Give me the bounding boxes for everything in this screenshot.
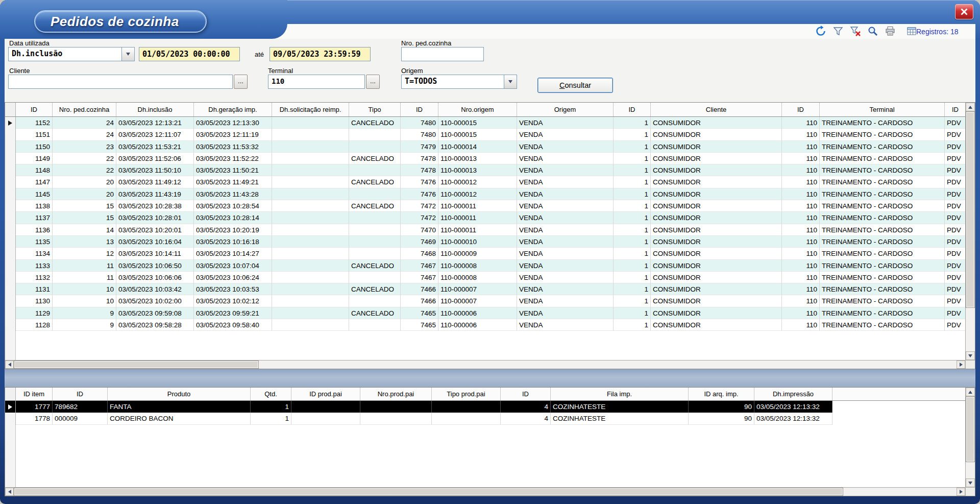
orders-grid-vscrollbar[interactable] [965, 103, 975, 360]
column-header[interactable]: Nro.prod.pai [360, 388, 432, 400]
cell[interactable]: CANCELADO [349, 176, 401, 188]
cell[interactable] [272, 188, 349, 200]
cell[interactable]: 03/05/2023 11:50:10 [116, 164, 194, 176]
cell[interactable]: PDV [945, 272, 965, 283]
cell[interactable]: 1 [614, 129, 651, 140]
cell[interactable]: TREINAMENTO - CARDOSO [820, 272, 945, 283]
column-header[interactable]: Tipo [349, 103, 401, 116]
cell[interactable]: 03/05/2023 11:50:21 [194, 164, 272, 176]
cell[interactable]: PDV [945, 307, 965, 319]
cell[interactable]: 110 [782, 164, 820, 176]
table-row[interactable]: 11301003/05/2023 10:02:0003/05/2023 10:0… [5, 295, 965, 307]
cell[interactable]: 7478 [401, 153, 438, 164]
cell[interactable]: 110 [782, 224, 820, 236]
cell[interactable]: 4 [501, 413, 551, 424]
scroll-track[interactable] [966, 111, 975, 351]
cell[interactable]: 1 [614, 248, 651, 259]
cell[interactable]: 03/05/2023 12:13:32 [754, 401, 832, 413]
cell[interactable] [349, 319, 401, 331]
scroll-up-button[interactable] [966, 388, 975, 396]
cell[interactable]: PDV [945, 248, 965, 259]
cell[interactable]: TREINAMENTO - CARDOSO [820, 260, 945, 272]
cell[interactable]: 110 [782, 176, 820, 188]
cell[interactable] [272, 283, 349, 295]
table-row[interactable]: 11492203/05/2023 11:52:0603/05/2023 11:5… [5, 153, 965, 164]
cell[interactable]: VENDA [517, 188, 614, 200]
cell[interactable]: 1 [251, 401, 291, 413]
cell[interactable]: 1145 [16, 188, 53, 200]
data-utilizada-combo[interactable]: Dh.inclusão [8, 47, 135, 61]
cell[interactable]: 03/05/2023 10:28:01 [116, 212, 194, 224]
column-header[interactable]: Dh.geração imp. [194, 103, 272, 116]
cell[interactable] [349, 236, 401, 248]
cell[interactable]: TREINAMENTO - CARDOSO [820, 319, 945, 331]
cell[interactable]: 1 [614, 188, 651, 200]
date-from-field[interactable]: 01/05/2023 00:00:00 [139, 47, 240, 61]
cell[interactable]: 03/05/2023 12:11:07 [116, 129, 194, 140]
cell[interactable]: TREINAMENTO - CARDOSO [820, 141, 945, 153]
cell[interactable]: PDV [945, 117, 965, 129]
cell[interactable]: PDV [945, 236, 965, 248]
cell[interactable]: 7476 [401, 176, 438, 188]
column-header[interactable]: Dh.inclusão [116, 103, 194, 116]
cell[interactable]: 03/05/2023 09:58:40 [194, 319, 272, 331]
cell[interactable]: 03/05/2023 11:49:12 [116, 176, 194, 188]
cell[interactable]: TREINAMENTO - CARDOSO [820, 176, 945, 188]
chevron-down-icon[interactable] [121, 47, 134, 61]
cell[interactable]: 1 [614, 176, 651, 188]
cell[interactable]: 03/05/2023 12:13:21 [116, 117, 194, 129]
cell[interactable]: 03/05/2023 10:03:42 [116, 283, 194, 295]
cell[interactable]: 24 [53, 117, 116, 129]
items-grid-vscrollbar[interactable] [965, 388, 975, 487]
cell[interactable]: CONSUMIDOR [651, 117, 782, 129]
cell[interactable]: 1 [614, 319, 651, 331]
cell[interactable]: 1137 [16, 212, 53, 224]
cell[interactable]: 10 [53, 295, 116, 307]
cell[interactable]: 110-000008 [438, 272, 517, 283]
cell[interactable]: 4 [501, 401, 551, 413]
cell[interactable]: TREINAMENTO - CARDOSO [820, 212, 945, 224]
table-row[interactable]: 11522403/05/2023 12:13:2103/05/2023 12:1… [5, 117, 965, 129]
cell[interactable]: 14 [53, 224, 116, 236]
table-row[interactable]: 11512403/05/2023 12:11:0703/05/2023 12:1… [5, 129, 965, 140]
cell[interactable]: 13 [53, 236, 116, 248]
cell[interactable]: 1 [614, 295, 651, 307]
cell[interactable] [272, 319, 349, 331]
cell[interactable]: 15 [53, 212, 116, 224]
cell[interactable]: 110-000013 [438, 164, 517, 176]
cell[interactable]: 1 [251, 413, 291, 424]
cell[interactable]: PDV [945, 129, 965, 140]
cell[interactable]: TREINAMENTO - CARDOSO [820, 283, 945, 295]
cell[interactable] [272, 141, 349, 153]
column-header[interactable]: Origem [517, 103, 614, 116]
cell[interactable]: 7480 [401, 129, 438, 140]
cell[interactable]: 1152 [16, 117, 53, 129]
column-header[interactable]: ID item [16, 388, 53, 400]
cell[interactable]: CONSUMIDOR [651, 200, 782, 212]
cell[interactable]: 110 [782, 248, 820, 259]
cell[interactable]: 1777 [16, 401, 53, 413]
column-header[interactable]: ID [501, 388, 551, 400]
cell[interactable]: VENDA [517, 319, 614, 331]
cell[interactable] [349, 212, 401, 224]
table-row[interactable]: 11351303/05/2023 10:16:0403/05/2023 10:1… [5, 236, 965, 248]
scroll-track[interactable] [14, 361, 957, 369]
cell[interactable]: CONSUMIDOR [651, 153, 782, 164]
cell[interactable]: 110-000007 [438, 295, 517, 307]
cell[interactable]: 1778 [16, 413, 53, 424]
cell[interactable] [272, 129, 349, 140]
cell[interactable] [272, 176, 349, 188]
cell[interactable]: 03/05/2023 11:52:06 [116, 153, 194, 164]
scroll-track[interactable] [966, 396, 975, 478]
cell[interactable]: 110-000006 [438, 319, 517, 331]
cell[interactable]: CONSUMIDOR [651, 260, 782, 272]
cell[interactable]: VENDA [517, 212, 614, 224]
cell[interactable]: COZINHATESTE [551, 401, 689, 413]
cell[interactable]: 03/05/2023 10:20:01 [116, 224, 194, 236]
cell[interactable]: 03/05/2023 11:53:32 [194, 141, 272, 153]
cell[interactable]: 789682 [53, 401, 108, 413]
table-row[interactable]: 11321103/05/2023 10:06:0603/05/2023 10:0… [5, 272, 965, 283]
filter-icon[interactable] [832, 25, 844, 37]
table-row[interactable]: 11381503/05/2023 10:28:3803/05/2023 10:2… [5, 200, 965, 212]
cell[interactable]: 1132 [16, 272, 53, 283]
